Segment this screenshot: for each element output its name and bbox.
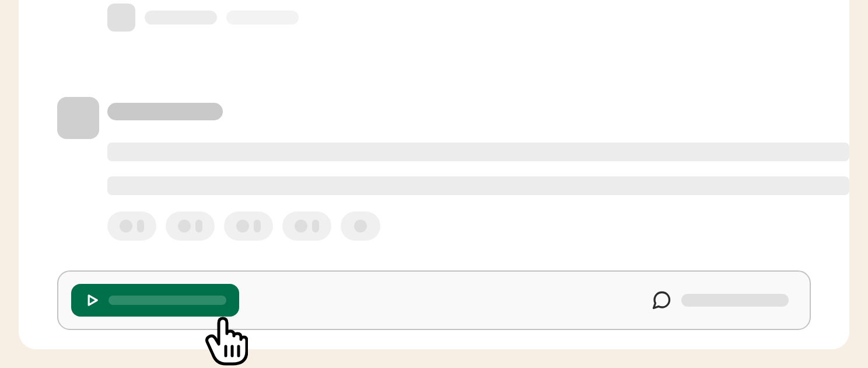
reaction-count — [195, 220, 202, 232]
start-huddle-button[interactable] — [71, 284, 239, 317]
thread-author-label — [145, 11, 217, 25]
reaction-pill[interactable] — [107, 211, 156, 241]
thread-reference[interactable] — [107, 4, 299, 32]
reaction-count — [254, 220, 261, 232]
reaction-emoji — [354, 220, 367, 232]
action-bar — [57, 270, 811, 330]
thread-link-label — [681, 294, 789, 307]
comment-icon — [651, 290, 672, 311]
thread-meta — [145, 11, 299, 25]
reaction-emoji — [120, 220, 132, 232]
reaction-emoji — [236, 220, 249, 232]
message-text-line — [107, 143, 849, 161]
reaction-count — [312, 220, 319, 232]
message-author-label — [107, 103, 223, 120]
message-avatar[interactable] — [57, 97, 99, 139]
message-body — [107, 103, 849, 241]
reaction-pill[interactable] — [166, 211, 215, 241]
app-card — [19, 0, 849, 349]
reaction-pill[interactable] — [224, 211, 273, 241]
huddle-button-label — [108, 296, 226, 305]
play-icon — [84, 292, 100, 308]
reaction-pill[interactable] — [282, 211, 331, 241]
reaction-emoji — [178, 220, 191, 232]
reaction-count — [137, 220, 144, 232]
open-thread-button[interactable] — [651, 290, 797, 311]
thread-time-label — [226, 11, 299, 25]
message-text-line — [107, 176, 849, 195]
reaction-emoji — [295, 220, 307, 232]
thread-avatar — [107, 4, 135, 32]
reactions-row — [107, 211, 849, 241]
add-reaction-button[interactable] — [341, 211, 380, 241]
